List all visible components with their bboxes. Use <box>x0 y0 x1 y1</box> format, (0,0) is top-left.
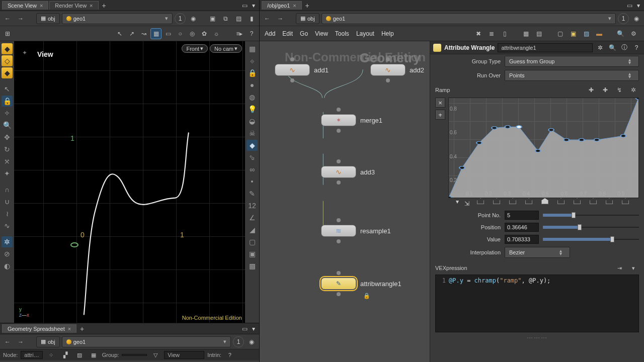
menu-icon[interactable]: ▾ <box>250 2 257 9</box>
filter-icon[interactable]: ≡▸ <box>234 28 245 39</box>
group-field[interactable] <box>122 354 147 356</box>
path-node[interactable]: geo1 ▾ <box>62 13 173 24</box>
search-icon[interactable]: 🔍 <box>2 120 13 131</box>
interp-dropdown[interactable]: Bezier ▴▾ <box>505 247 570 258</box>
tab-network[interactable]: /obj/geo1 × <box>262 1 302 10</box>
forward-button[interactable]: → <box>15 13 26 24</box>
camera-icon[interactable]: ▭ <box>163 28 174 39</box>
add-point-icon[interactable]: ✚ <box>586 84 597 96</box>
chevron-down-icon[interactable]: ▾ <box>608 15 611 22</box>
axis-icon[interactable]: ✦ <box>2 168 13 179</box>
add-point-button[interactable]: + <box>435 110 445 120</box>
menu-layout[interactable]: Layout <box>356 30 374 37</box>
folder-icon[interactable]: ▣ <box>247 248 258 259</box>
ramp-key[interactable] <box>553 198 569 209</box>
back-button[interactable]: ← <box>262 13 273 24</box>
help-icon[interactable]: ? <box>224 349 235 360</box>
wrench-icon[interactable]: ✖ <box>473 28 484 39</box>
skull-icon[interactable]: ☠ <box>247 128 258 139</box>
sticky-icon[interactable]: ▣ <box>568 28 579 39</box>
node-add3[interactable]: ∿ add3 <box>321 166 375 178</box>
close-icon[interactable]: × <box>40 3 43 9</box>
group-type-dropdown[interactable]: Guess from Group ▴▾ <box>505 56 639 67</box>
snap2-icon[interactable]: ∪ <box>2 196 13 207</box>
vex-presets-icon[interactable]: ⇥ <box>614 262 625 274</box>
record-icon[interactable]: ◉ <box>246 336 257 347</box>
shelf-icon[interactable]: ⧉ <box>220 13 231 24</box>
note-icon[interactable]: ▢ <box>554 28 566 39</box>
construction-icon[interactable]: ✲ <box>2 236 13 247</box>
add-tab-button[interactable]: + <box>303 2 312 10</box>
list-icon[interactable]: ≣ <box>486 28 497 39</box>
path-node[interactable]: geo1 ▾ <box>321 13 616 24</box>
ramp-key[interactable] <box>521 198 537 209</box>
node-name-field[interactable] <box>498 43 593 52</box>
grid-icon[interactable]: ⊞ <box>2 28 13 39</box>
back-button[interactable]: ← <box>2 13 13 24</box>
paint-icon[interactable]: ↝ <box>138 28 149 39</box>
forward-button[interactable]: → <box>15 336 26 347</box>
color-icon[interactable]: ◐ <box>2 260 13 272</box>
box-select-icon[interactable]: ▦ <box>150 28 162 39</box>
chevron-down-icon[interactable]: ▾ <box>453 198 461 209</box>
value-slider[interactable] <box>543 235 639 244</box>
node-add2[interactable]: ∿ add2 <box>370 64 424 76</box>
bg-icon[interactable]: ▩ <box>247 260 258 272</box>
globe-icon[interactable]: ◍ <box>247 92 258 103</box>
snap4-icon[interactable]: ∿ <box>2 220 13 231</box>
gear-icon[interactable]: ✲ <box>596 44 605 51</box>
path-context[interactable]: ▦ obj <box>296 13 319 24</box>
sculpt-tool-icon[interactable]: ◆ <box>2 67 13 78</box>
resize-grip[interactable]: ⋯⋯⋯ <box>430 335 644 340</box>
help-icon[interactable]: ? <box>632 44 641 51</box>
menu-add[interactable]: Add <box>265 30 275 37</box>
pointno-field[interactable] <box>505 211 539 220</box>
verts-icon[interactable]: ▞ <box>60 349 71 360</box>
chevron-down-icon[interactable]: ▾ <box>165 15 168 22</box>
path-context[interactable]: ▦ obj <box>36 336 60 347</box>
menu-icon[interactable]: ▾ <box>250 325 257 332</box>
pin-button[interactable]: 1 <box>618 13 629 24</box>
node-add1[interactable]: ∿ add1 <box>275 64 329 76</box>
dot-icon[interactable]: • <box>247 176 258 187</box>
record-icon[interactable]: ◉ <box>188 13 199 24</box>
settings-icon[interactable]: ⚙ <box>628 28 639 39</box>
grid-icon[interactable]: ▦ <box>520 28 531 39</box>
add-point2-icon[interactable]: ✚ <box>600 84 611 96</box>
menu-view[interactable]: View <box>315 30 328 37</box>
menu-go[interactable]: Go <box>300 30 308 37</box>
minimize-icon[interactable]: ▭ <box>626 2 633 9</box>
close-icon[interactable]: × <box>293 3 296 9</box>
shadow-icon[interactable]: ◢ <box>247 224 258 235</box>
ramp-key[interactable] <box>489 198 505 209</box>
node-resample1[interactable]: ≋ resample1 <box>321 225 391 237</box>
chevron-down-icon[interactable]: ▾ <box>223 338 226 345</box>
viewport[interactable]: ✦ View Front▾ No cam▾ 0 1 1 y z—x Non-Co <box>14 41 245 323</box>
ramp-markers[interactable]: ▾ ⇲ <box>430 198 644 209</box>
sphere-icon[interactable]: ● <box>247 79 258 90</box>
gizmo-icon[interactable]: ⟐ <box>247 55 258 66</box>
settings-icon[interactable]: ☼ <box>211 28 222 39</box>
snap-icon[interactable]: ∩ <box>2 184 13 195</box>
search-icon[interactable]: 🔍 <box>615 28 626 39</box>
network-view[interactable]: Non-Commercial Edition Geometry ∿ add1 ∿… <box>260 41 430 362</box>
gear-icon[interactable]: ✲ <box>628 84 639 96</box>
forward-button[interactable]: → <box>275 13 286 24</box>
menu-icon[interactable]: ▾ <box>635 2 642 9</box>
wand-icon[interactable]: ⬂ <box>247 152 258 163</box>
node-merge1[interactable]: ✶ merge1 <box>321 114 382 126</box>
block-icon[interactable]: ▮ <box>246 13 257 24</box>
delete-point-button[interactable]: × <box>435 98 445 108</box>
info-icon[interactable]: ⓘ <box>620 43 629 52</box>
page-icon[interactable]: ▯ <box>499 28 510 39</box>
snap3-icon[interactable]: ≀ <box>2 208 13 219</box>
close-icon[interactable]: × <box>90 3 93 9</box>
menu-tools[interactable]: Tools <box>335 30 349 37</box>
node-field[interactable]: attri… <box>21 351 42 359</box>
path-node[interactable]: geo1 ▾ <box>62 336 231 347</box>
lock-icon[interactable]: 🔒 <box>247 67 258 78</box>
pointer-icon[interactable]: ↖ <box>2 83 13 95</box>
rotate-icon[interactable]: ↻ <box>2 144 13 155</box>
gear-icon[interactable]: ✿ <box>199 28 210 39</box>
pen-icon[interactable]: ✎ <box>247 188 258 199</box>
